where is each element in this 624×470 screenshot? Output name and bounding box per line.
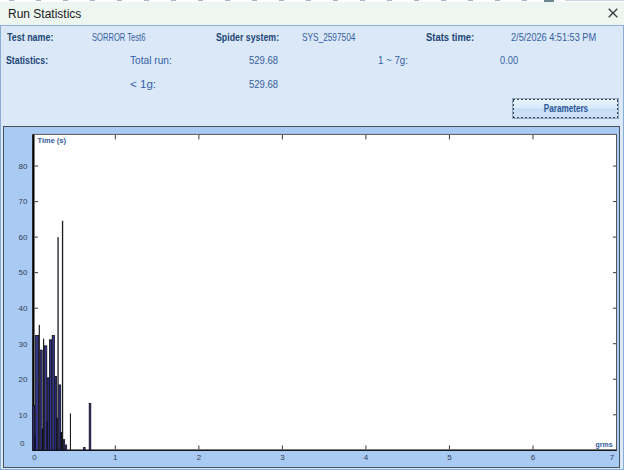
svg-text:20: 20	[19, 375, 28, 384]
svg-text:0: 0	[20, 439, 25, 448]
svg-text:1: 1	[113, 453, 118, 462]
svg-text:2: 2	[197, 453, 202, 462]
svg-text:6: 6	[531, 453, 536, 462]
svg-text:10: 10	[19, 411, 28, 420]
svg-text:7: 7	[610, 453, 615, 462]
svg-text:30: 30	[19, 340, 28, 349]
svg-text:Time (s): Time (s)	[38, 136, 67, 145]
svg-text:50: 50	[19, 268, 28, 277]
svg-text:60: 60	[19, 233, 28, 242]
svg-text:40: 40	[19, 304, 28, 313]
svg-text:0: 0	[32, 453, 37, 462]
svg-text:grms: grms	[596, 440, 614, 449]
svg-text:5: 5	[447, 453, 452, 462]
svg-text:4: 4	[364, 453, 369, 462]
svg-text:70: 70	[19, 197, 28, 206]
svg-text:3: 3	[280, 453, 285, 462]
svg-text:80: 80	[19, 162, 28, 171]
